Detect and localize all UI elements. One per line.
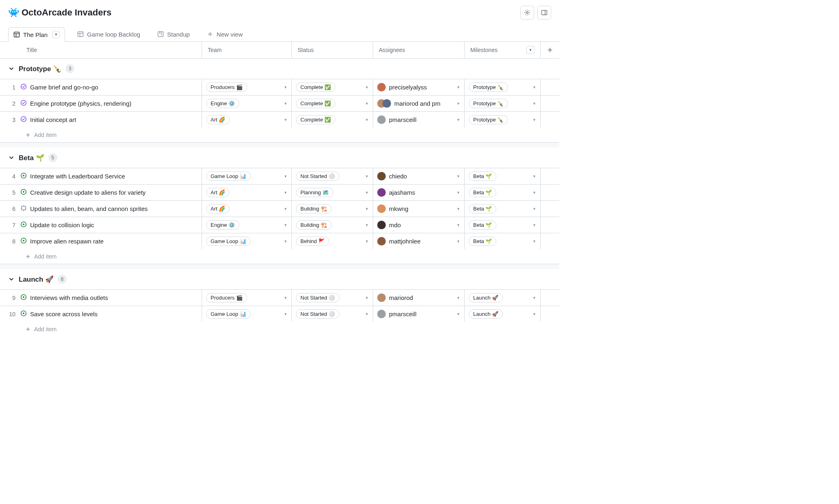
assignee-cell[interactable]: mdo▼	[373, 217, 465, 233]
chevron-down-icon: ▼	[365, 312, 369, 316]
team-cell[interactable]: Art 🌈▼	[202, 112, 292, 128]
add-item-button[interactable]: Add item	[0, 249, 559, 264]
status-cell[interactable]: Behind 🚩▼	[292, 233, 373, 249]
project-title[interactable]: OctoArcade Invaders	[22, 7, 520, 18]
chevron-down-icon	[8, 155, 15, 160]
status-cell[interactable]: Building 🏗️▼	[292, 201, 373, 217]
team-cell[interactable]: Game Loop 📊▼	[202, 306, 292, 322]
project-icon: 👾	[8, 7, 19, 18]
milestone-cell[interactable]: Launch 🚀▼	[465, 306, 541, 322]
row-title-cell[interactable]: Updates to alien, beam, and cannon sprit…	[20, 201, 202, 217]
assignee-cell[interactable]: mariorod▼	[373, 290, 465, 306]
milestone-cell[interactable]: Prototype 🍾▼	[465, 79, 541, 95]
chevron-down-icon: ▼	[533, 239, 536, 243]
tab-new-view[interactable]: New view	[202, 28, 248, 41]
team-cell[interactable]: Art 🌈▼	[202, 185, 292, 200]
row-title-cell[interactable]: Update to collision logic	[20, 217, 202, 233]
table-row[interactable]: 3Initial concept artArt 🌈▼Complete ✅▼pma…	[0, 111, 559, 128]
assignee-cell[interactable]: ajashams▼	[373, 185, 465, 200]
team-cell[interactable]: Game Loop 📊▼	[202, 168, 292, 184]
status-cell[interactable]: Complete ✅▼	[292, 79, 373, 95]
table-row[interactable]: 4Integrate with Leaderboard ServiceGame …	[0, 168, 559, 184]
settings-button[interactable]	[520, 6, 534, 20]
chevron-down-icon: ▼	[456, 223, 460, 227]
panel-toggle-button[interactable]	[537, 6, 551, 20]
svg-rect-6	[78, 32, 83, 37]
add-item-button[interactable]: Add item	[0, 128, 559, 143]
assignee-cell[interactable]: chiedo▼	[373, 168, 465, 184]
table-row[interactable]: 2Engine prototype (physics, rendering)En…	[0, 95, 559, 111]
table-row[interactable]: 5Creative design update to aliens for va…	[0, 184, 559, 200]
table-row[interactable]: 8Improve alien respawn rateGame Loop 📊▼B…	[0, 233, 559, 249]
table-row[interactable]: 10Save score across levelsGame Loop 📊▼No…	[0, 306, 559, 322]
chevron-down-icon: ▼	[365, 85, 369, 89]
team-cell[interactable]: Producers 🎬▼	[202, 79, 292, 95]
column-header-status[interactable]: Status	[292, 42, 373, 58]
milestone-cell[interactable]: Beta 🌱▼	[465, 201, 541, 217]
add-item-button[interactable]: Add item	[0, 322, 559, 336]
status-cell[interactable]: Complete ✅▼	[292, 96, 373, 111]
row-title-cell[interactable]: Interviews with media outlets	[20, 290, 202, 306]
team-pill: Art 🌈	[206, 115, 230, 124]
status-cell[interactable]: Complete ✅▼	[292, 112, 373, 128]
column-header-assignees[interactable]: Assignees	[373, 42, 465, 58]
milestone-cell[interactable]: Beta 🌱▼	[465, 185, 541, 200]
milestone-cell[interactable]: Beta 🌱▼	[465, 217, 541, 233]
status-cell[interactable]: Not Started ⚪▼	[292, 306, 373, 322]
status-cell[interactable]: Planning 🗺️▼	[292, 185, 373, 200]
column-header-title[interactable]: Title	[0, 42, 202, 58]
status-cell[interactable]: Building 🏗️▼	[292, 217, 373, 233]
row-title-cell[interactable]: Game brief and go-no-go	[20, 79, 202, 95]
chevron-down-icon: ▼	[365, 239, 369, 243]
assignee-cell[interactable]: mkwng▼	[373, 201, 465, 217]
add-item-label: Add item	[34, 326, 57, 332]
column-header-milestones[interactable]: Milestones ▼	[465, 42, 541, 58]
assignee-cell[interactable]: pmarsceill▼	[373, 112, 465, 128]
team-cell[interactable]: Engine ⚙️▼	[202, 217, 292, 233]
status-cell[interactable]: Not Started ⚪▼	[292, 290, 373, 306]
milestone-cell[interactable]: Prototype 🍾▼	[465, 112, 541, 128]
assignee-cell[interactable]: mattjohnlee▼	[373, 233, 465, 249]
row-title-cell[interactable]: Save score across levels	[20, 306, 202, 322]
row-title: Save score across levels	[30, 311, 98, 317]
assignee-cell[interactable]: pmarsceill▼	[373, 306, 465, 322]
column-header-label: Milestones	[470, 47, 498, 53]
status-cell[interactable]: Not Started ⚪▼	[292, 168, 373, 184]
tab-backlog[interactable]: Game loop Backlog	[72, 28, 145, 41]
table-row[interactable]: 1Game brief and go-no-goProducers 🎬▼Comp…	[0, 79, 559, 95]
group-header[interactable]: Beta 🌱5	[0, 148, 559, 168]
milestone-cell[interactable]: Launch 🚀▼	[465, 290, 541, 306]
group-header[interactable]: Launch 🚀6	[0, 269, 559, 289]
plus-icon	[207, 31, 213, 37]
row-end	[541, 185, 559, 200]
avatar	[377, 115, 386, 124]
row-title-cell[interactable]: Creative design update to aliens for var…	[20, 185, 202, 200]
team-cell[interactable]: Game Loop 📊▼	[202, 233, 292, 249]
table-row[interactable]: 9Interviews with media outletsProducers …	[0, 289, 559, 306]
add-column-button[interactable]	[541, 42, 559, 58]
issue-state-icon	[20, 205, 27, 213]
column-menu-button[interactable]: ▼	[526, 46, 535, 54]
row-title-cell[interactable]: Improve alien respawn rate	[20, 233, 202, 249]
team-cell[interactable]: Producers 🎬▼	[202, 290, 292, 306]
group-count: 6	[58, 275, 67, 284]
row-title-cell[interactable]: Initial concept art	[20, 112, 202, 128]
row-title-cell[interactable]: Integrate with Leaderboard Service	[20, 168, 202, 184]
tab-menu-caret[interactable]: ▼	[52, 31, 60, 38]
milestone-cell[interactable]: Beta 🌱▼	[465, 233, 541, 249]
team-cell[interactable]: Engine ⚙️▼	[202, 96, 292, 111]
row-title: Creative design update to aliens for var…	[30, 189, 146, 196]
assignee-cell[interactable]: preciselyalyss▼	[373, 79, 465, 95]
tab-standup[interactable]: Standup	[152, 28, 195, 41]
assignee-cell[interactable]: mariorod and pm▼	[373, 96, 465, 111]
column-header-team[interactable]: Team	[202, 42, 292, 58]
plus-icon	[25, 326, 31, 332]
milestone-cell[interactable]: Beta 🌱▼	[465, 168, 541, 184]
table-row[interactable]: 7Update to collision logicEngine ⚙️▼Buil…	[0, 217, 559, 233]
team-cell[interactable]: Art 🌈▼	[202, 201, 292, 217]
table-row[interactable]: 6Updates to alien, beam, and cannon spri…	[0, 200, 559, 217]
milestone-cell[interactable]: Prototype 🍾▼	[465, 96, 541, 111]
group-header[interactable]: Prototype 🍾3	[0, 59, 559, 79]
row-title-cell[interactable]: Engine prototype (physics, rendering)	[20, 96, 202, 111]
tab-the-plan[interactable]: The Plan ▼	[8, 27, 65, 42]
